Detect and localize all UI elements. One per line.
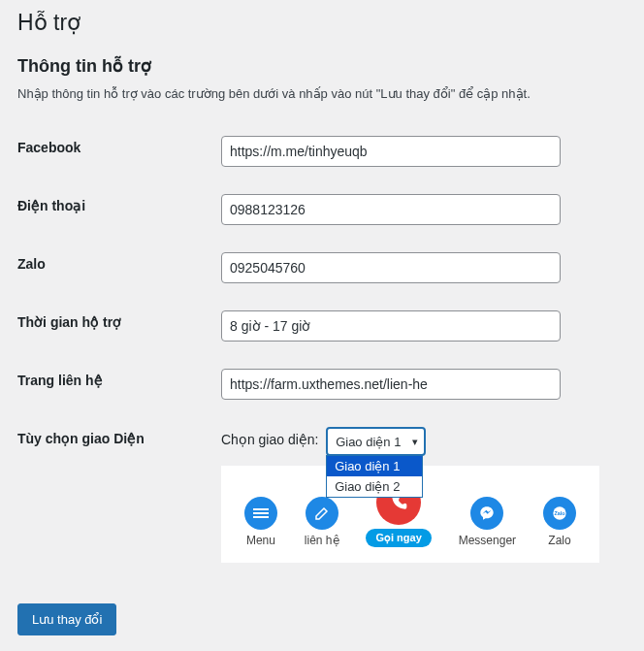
preview-messenger-label: Messenger (459, 534, 516, 547)
preview-messenger-item: Messenger (459, 497, 516, 547)
skin-label: Tùy chọn giao Diện (17, 413, 221, 576)
preview-call-label: Gọi ngay (366, 529, 431, 547)
skin-dropdown: Giao diện 1 Giao diện 2 (326, 455, 423, 498)
zalo-label: Zalo (17, 239, 221, 297)
zalo-icon: Zalo (543, 497, 576, 530)
messenger-icon (470, 497, 503, 530)
svg-rect-1 (253, 512, 269, 514)
preview-zalo-item: Zalo Zalo (543, 497, 576, 547)
phone-label: Điện thoại (17, 180, 221, 239)
chevron-down-icon: ▾ (412, 436, 418, 448)
preview-zalo-label: Zalo (548, 534, 570, 547)
skin-option-2[interactable]: Giao diện 2 (327, 476, 422, 497)
preview-call-item: Gọi ngay (366, 505, 431, 547)
svg-text:Zalo: Zalo (555, 510, 566, 516)
skin-select-value: Giao diện 1 (336, 435, 401, 449)
save-button[interactable]: Lưu thay đổi (17, 603, 116, 635)
zalo-input[interactable] (221, 252, 561, 283)
section-description: Nhập thông tin hỗ trợ vào các trường bên… (17, 86, 627, 101)
preview-menu-item: Menu (244, 497, 277, 547)
edit-icon (306, 497, 338, 530)
settings-form: Facebook Điện thoại Zalo Thời gian hộ tr… (17, 122, 627, 576)
preview-contact-item: liên hệ (305, 497, 339, 547)
section-title: Thông tin hỗ trợ (17, 55, 627, 77)
contact-page-input[interactable] (221, 369, 561, 400)
menu-icon (244, 497, 277, 530)
preview-menu-label: Menu (246, 534, 275, 547)
facebook-label: Facebook (17, 122, 221, 180)
svg-rect-0 (253, 508, 269, 510)
contact-page-label: Trang liên hệ (17, 355, 221, 413)
svg-rect-2 (253, 516, 269, 518)
skin-select[interactable]: Giao diện 1 ▾ (326, 427, 426, 456)
hours-input[interactable] (221, 310, 561, 342)
page-title: Hỗ trợ (17, 10, 627, 36)
facebook-input[interactable] (221, 136, 561, 167)
hours-label: Thời gian hộ trợ (17, 297, 221, 355)
skin-inline-label: Chọn giao diện: (221, 432, 319, 447)
preview-contact-label: liên hệ (305, 534, 339, 547)
skin-option-1[interactable]: Giao diện 1 (327, 456, 422, 476)
phone-input[interactable] (221, 194, 561, 225)
